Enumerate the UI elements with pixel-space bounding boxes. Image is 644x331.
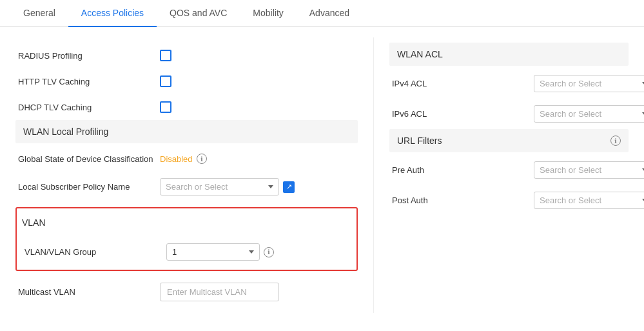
local-subscriber-external-icon[interactable]	[283, 181, 295, 193]
radius-profiling-row: RADIUS Profiling	[15, 43, 358, 68]
local-subscriber-control: Search or Select	[160, 178, 295, 196]
tab-access-policies[interactable]: Access Policies	[68, 0, 157, 27]
ipv4-acl-label: IPv4 ACL	[392, 79, 534, 88]
post-auth-label: Post Auth	[392, 196, 534, 205]
multicast-vlan-control	[160, 283, 279, 301]
multicast-vlan-label: Multicast VLAN	[18, 287, 160, 297]
tab-bar: General Access Policies QOS and AVC Mobi…	[0, 0, 644, 27]
global-state-row: Global State of Device Classification Di…	[15, 146, 358, 172]
local-subscriber-row: Local Subscriber Policy Name Search or S…	[15, 172, 358, 202]
http-tlv-checkbox[interactable]	[160, 75, 171, 87]
local-subscriber-placeholder: Search or Select	[166, 182, 264, 192]
ipv6-acl-control: Search or Select	[534, 105, 644, 123]
ipv4-acl-placeholder: Search or Select	[540, 79, 638, 88]
pre-auth-label: Pre Auth	[392, 165, 534, 175]
ipv4-acl-row: IPv4 ACL Search or Select	[389, 68, 629, 99]
vlan-section: VLAN VLAN/VLAN Group 1 ℹ	[15, 207, 358, 271]
tab-general[interactable]: General	[10, 0, 68, 27]
vlan-group-value: 1	[172, 247, 245, 257]
radius-profiling-checkbox[interactable]	[160, 50, 171, 61]
global-state-label: Global State of Device Classification	[18, 154, 160, 164]
pre-auth-placeholder: Search or Select	[540, 165, 638, 175]
multicast-vlan-input[interactable]	[160, 283, 279, 301]
http-tlv-label: HTTP TLV Caching	[18, 77, 160, 86]
global-state-info-icon[interactable]: ℹ	[197, 154, 207, 164]
pre-auth-row: Pre Auth Search or Select	[389, 155, 629, 185]
post-auth-dropdown[interactable]: Search or Select	[534, 192, 644, 209]
dhcp-tlv-label: DHCP TLV Caching	[18, 103, 160, 112]
ipv6-acl-row: IPv6 ACL Search or Select	[389, 99, 629, 129]
vlan-group-dropdown[interactable]: 1	[166, 243, 260, 261]
multicast-vlan-row: Multicast VLAN	[15, 276, 358, 308]
radius-profiling-label: RADIUS Profiling	[18, 51, 160, 61]
tab-mobility[interactable]: Mobility	[240, 0, 296, 27]
vlan-group-label: VLAN/VLAN Group	[24, 247, 166, 257]
vlan-group-arrow-icon	[249, 250, 254, 254]
post-auth-placeholder: Search or Select	[540, 196, 638, 205]
ipv4-acl-dropdown[interactable]: Search or Select	[534, 75, 644, 92]
ipv6-acl-label: IPv6 ACL	[392, 109, 534, 119]
dhcp-tlv-control	[160, 101, 171, 113]
vlan-header: VLAN	[22, 211, 351, 234]
right-panel: WLAN ACL IPv4 ACL Search or Select IPv6 …	[374, 37, 644, 313]
ipv4-acl-control: Search or Select	[534, 75, 644, 92]
local-subscriber-dropdown[interactable]: Search or Select	[160, 178, 279, 196]
url-filters-header-label: URL Filters	[397, 135, 442, 146]
wlan-local-profiling-header: WLAN Local Profiling	[15, 120, 358, 143]
post-auth-row: Post Auth Search or Select	[389, 185, 629, 216]
http-tlv-row: HTTP TLV Caching	[15, 68, 358, 94]
local-subscriber-label: Local Subscriber Policy Name	[18, 182, 160, 192]
pre-auth-dropdown[interactable]: Search or Select	[534, 161, 644, 179]
ipv6-acl-dropdown[interactable]: Search or Select	[534, 105, 644, 123]
dhcp-tlv-checkbox[interactable]	[160, 101, 171, 113]
url-filters-info-icon[interactable]: ℹ	[610, 135, 621, 146]
vlan-group-row: VLAN/VLAN Group 1 ℹ	[22, 237, 351, 267]
local-subscriber-arrow-icon	[268, 185, 273, 188]
post-auth-control: Search or Select	[534, 192, 644, 209]
main-content: RADIUS Profiling HTTP TLV Caching DHCP T…	[0, 27, 644, 323]
global-state-value: Disabled	[160, 154, 193, 164]
http-tlv-control	[160, 75, 171, 87]
pre-auth-control: Search or Select	[534, 161, 644, 179]
vlan-group-control: 1 ℹ	[166, 243, 274, 261]
dhcp-tlv-row: DHCP TLV Caching	[15, 94, 358, 120]
url-filters-section-header: URL Filters ℹ	[389, 129, 629, 152]
wlan-acl-header: WLAN ACL	[389, 43, 629, 66]
tab-qos-avc[interactable]: QOS and AVC	[157, 0, 240, 27]
ipv6-acl-placeholder: Search or Select	[540, 109, 638, 119]
radius-profiling-control	[160, 50, 171, 61]
global-state-control: Disabled ℹ	[160, 154, 207, 164]
tab-advanced[interactable]: Advanced	[297, 0, 362, 27]
left-panel: RADIUS Profiling HTTP TLV Caching DHCP T…	[0, 37, 374, 313]
vlan-group-info-icon[interactable]: ℹ	[264, 247, 274, 257]
